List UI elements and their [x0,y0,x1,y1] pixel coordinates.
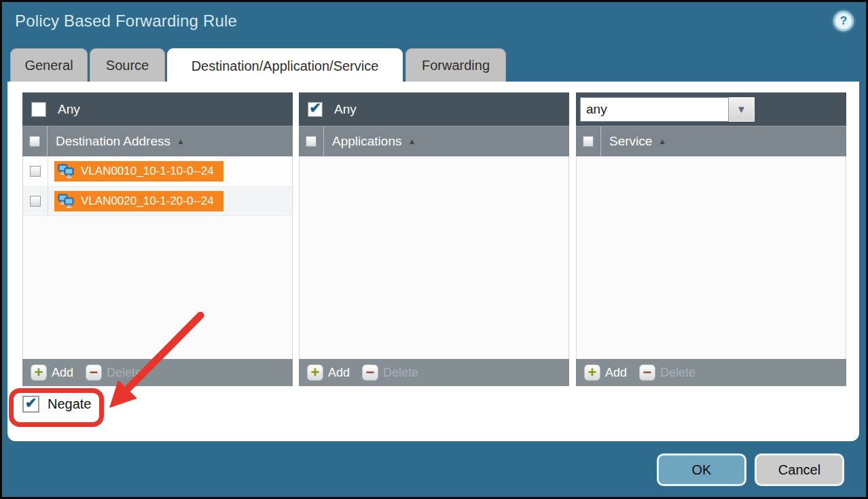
plus-glyph: + [588,366,597,379]
service-any-header: ▼ [576,92,846,126]
destination-header-label[interactable]: Destination Address [56,134,170,149]
table-row[interactable]: VLAN0010_10-1-10-0--24 [23,156,292,186]
destination-any-checkbox[interactable] [31,102,46,117]
screenshot-frame: Policy Based Forwarding Rule ? General S… [0,0,868,499]
service-dropdown-input[interactable] [580,97,729,122]
minus-glyph: − [90,367,98,377]
applications-panel: ✔ Any Applications ▲ + Add [299,92,569,386]
service-select-all-checkbox[interactable] [583,136,594,147]
ok-label: OK [692,462,712,478]
network-icon [58,194,75,209]
add-icon[interactable]: + [307,364,323,381]
applications-any-header: ✔ Any [299,92,569,126]
add-icon[interactable]: + [584,364,600,381]
chevron-down-icon[interactable]: ▼ [729,97,755,122]
network-icon [58,164,75,179]
tab-general[interactable]: General [10,48,88,82]
destination-toolbar: + Add − Delete [22,359,293,386]
negate-checkbox[interactable]: ✔ [22,396,39,413]
address-object-tag[interactable]: VLAN0020_10-1-20-0--24 [54,191,223,211]
tab-source-label: Source [106,58,149,73]
delete-icon[interactable]: − [639,364,655,381]
negate-label: Negate [48,396,92,412]
applications-any-checkbox[interactable]: ✔ [308,102,323,117]
destination-address-panel: Any Destination Address ▲ [22,92,293,386]
tab-destination-application-service[interactable]: Destination/Application/Service [167,48,403,83]
address-object-label: VLAN0020_10-1-20-0--24 [81,194,214,208]
applications-header-label[interactable]: Applications [332,134,401,149]
applications-toolbar: + Add − Delete [299,359,569,386]
destination-list: VLAN0010_10-1-10-0--24 [22,156,293,359]
delete-icon[interactable]: − [362,364,378,381]
sort-asc-icon[interactable]: ▲ [408,137,416,146]
pbf-rule-dialog: Policy Based Forwarding Rule ? General S… [2,2,866,497]
delete-button[interactable]: Delete [107,366,142,380]
sort-asc-icon[interactable]: ▲ [658,137,666,146]
row-gutter [23,156,48,186]
minus-glyph: − [366,367,375,377]
row-checkbox[interactable] [30,166,41,177]
add-button[interactable]: Add [52,366,73,380]
check-icon: ✔ [25,396,37,410]
service-select-all-gutter [576,126,601,156]
minus-glyph: − [643,367,652,377]
table-row[interactable]: VLAN0020_10-1-20-0--24 [23,186,292,216]
applications-any-label: Any [334,102,357,117]
help-glyph: ? [840,14,847,28]
tab-source[interactable]: Source [90,48,165,82]
sort-asc-icon[interactable]: ▲ [177,137,185,146]
row-gutter [23,187,48,216]
plus-glyph: + [311,366,320,379]
help-icon[interactable]: ? [833,11,854,31]
ok-button[interactable]: OK [657,453,746,486]
tab-general-label: General [24,58,73,73]
tab-forwarding-label: Forwarding [422,58,490,73]
applications-list [299,156,569,359]
add-icon[interactable]: + [31,364,47,381]
tab-forwarding[interactable]: Forwarding [405,48,506,82]
service-panel: ▼ Service ▲ + Add [576,92,846,386]
applications-select-all-gutter [299,126,324,156]
destination-select-all-checkbox[interactable] [29,136,40,147]
add-button[interactable]: Add [605,366,627,380]
tab-content-panel: Any Destination Address ▲ [7,82,859,441]
dropdown-glyph: ▼ [736,103,746,115]
service-dropdown[interactable]: ▼ [580,97,755,122]
tab-destination-label: Destination/Application/Service [192,58,379,74]
destination-any-header: Any [22,92,293,126]
applications-select-all-checkbox[interactable] [306,136,317,147]
plus-glyph: + [35,366,43,379]
service-toolbar: + Add − Delete [576,359,846,386]
delete-button[interactable]: Delete [383,366,418,380]
check-icon: ✔ [309,101,321,115]
destination-select-all-gutter [22,126,48,156]
service-header-label[interactable]: Service [609,134,652,149]
cancel-button[interactable]: Cancel [755,453,844,486]
row-checkbox[interactable] [30,196,41,207]
destination-column-header: Destination Address ▲ [22,126,293,156]
add-button[interactable]: Add [328,366,350,380]
service-column-header: Service ▲ [576,126,846,156]
address-object-label: VLAN0010_10-1-10-0--24 [81,165,214,178]
cancel-label: Cancel [778,462,820,478]
address-object-tag[interactable]: VLAN0010_10-1-10-0--24 [54,161,223,182]
delete-button[interactable]: Delete [660,366,695,380]
negate-row: ✔ Negate [22,396,92,413]
applications-column-header: Applications ▲ [299,126,569,156]
dialog-title: Policy Based Forwarding Rule [15,12,237,31]
delete-icon[interactable]: − [86,364,102,381]
destination-any-label: Any [58,102,80,117]
service-list [576,156,846,359]
